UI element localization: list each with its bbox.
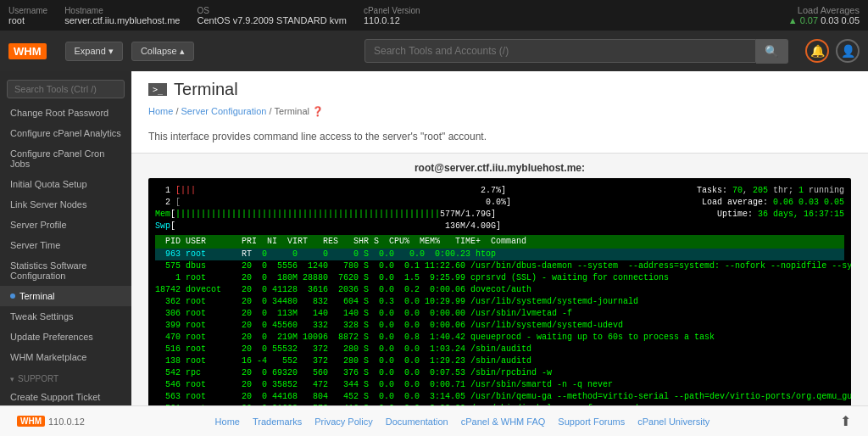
process-row-8: 516 root 20 0 55532 372 280 S 0.0 0.0 1:… [155, 344, 844, 355]
sidebar-item-initial-quota-setup[interactable]: Initial Quota Setup [0, 174, 131, 194]
os-value: CentOS v7.9.2009 STANDARD kvm [197, 15, 346, 25]
footer-version: 110.0.12 [48, 416, 85, 427]
sidebar-search-container [0, 75, 131, 103]
footer-link-trademarks[interactable]: Trademarks [253, 416, 302, 427]
terminal-section: root@server.ctf.iiu.mybluehost.me: 1 [||… [131, 154, 868, 405]
sidebar-item-whm-marketplace[interactable]: WHM Marketplace [0, 347, 131, 367]
sidebar-item-tweak-settings[interactable]: Tweak Settings [0, 306, 131, 327]
breadcrumb: Home / Server Configuration / Terminal ❓ [148, 106, 851, 117]
sidebar-item-terminal[interactable]: Terminal [0, 286, 131, 306]
logo-box: WHM [8, 43, 47, 59]
hostname-label: Hostname [64, 6, 180, 15]
search-button[interactable]: 🔍 [756, 39, 788, 64]
page-title-row: >_ Terminal [148, 80, 851, 99]
header: WHM Expand ▾ Collapse ▴ 🔍 🔔 👤 [0, 31, 868, 71]
cpanel-version-value: 110.0.12 [364, 15, 420, 25]
sidebar: Change Root Password Configure cPanel An… [0, 71, 131, 405]
process-row-3: 18742 dovecot 20 0 41128 3616 2036 S 0.0… [155, 284, 844, 296]
expand-button[interactable]: Expand ▾ [65, 42, 123, 61]
collapse-button[interactable]: Collapse ▴ [131, 42, 194, 61]
cpanel-version-label: cPanel Version [364, 6, 420, 15]
top-bar: Username root Hostname server.ctf.iiu.my… [0, 0, 868, 31]
sidebar-item-update-preferences[interactable]: Update Preferences [0, 327, 131, 347]
process-row-7: 470 root 20 0 219M 10096 8872 S 0.0 0.8 … [155, 332, 844, 344]
main-layout: Change Root Password Configure cPanel An… [0, 71, 868, 405]
sidebar-item-configure-cpanel-analytics[interactable]: Configure cPanel Analytics [0, 123, 131, 143]
process-row-10: 542 rpc 20 0 69320 560 376 S 0.0 0.0 0:0… [155, 367, 844, 379]
section-arrow-icon: ▾ [10, 375, 14, 383]
process-row-htop: 963 root RT 0 0 0 0 S 0.0 0.0 0:00.23 ht… [155, 249, 844, 260]
hostname-value: server.ctf.iiu.mybluehost.me [64, 15, 180, 25]
sidebar-search-input[interactable] [7, 80, 125, 98]
breadcrumb-current: Terminal [274, 106, 309, 116]
footer: WHM 110.0.12 Home Trademarks Privacy Pol… [0, 405, 868, 436]
footer-logo: WHM 110.0.12 [17, 416, 85, 427]
process-row-1: 575 dbus 20 0 5556 1240 780 S 0.0 0.1 11… [155, 260, 844, 272]
os-label: OS [197, 6, 346, 15]
username-group: Username root [8, 6, 47, 25]
page-title: Terminal [174, 80, 238, 99]
footer-links: Home Trademarks Privacy Policy Documenta… [215, 416, 710, 427]
load-avg: Load Averages ▲ 0.07 0.03 0.05 [788, 5, 860, 25]
sidebar-item-server-profile[interactable]: Server Profile [0, 215, 131, 235]
help-icon[interactable]: ❓ [312, 106, 324, 116]
notifications-button[interactable]: 🔔 [805, 39, 829, 63]
sidebar-item-create-support-ticket[interactable]: Create Support Ticket [0, 387, 131, 405]
footer-link-faq[interactable]: cPanel & WHM FAQ [461, 416, 546, 427]
page-description: This interface provides command line acc… [148, 124, 851, 153]
active-dot-indicator [10, 293, 15, 299]
footer-logo-box: WHM [17, 416, 45, 427]
server-info: Username root Hostname server.ctf.iiu.my… [8, 6, 420, 25]
username-value: root [8, 15, 47, 25]
footer-link-home[interactable]: Home [215, 416, 240, 427]
footer-link-cpanel-university[interactable]: cPanel University [637, 416, 709, 427]
process-row-2: 1 root 20 0 180M 28880 7620 S 0.0 1.5 9:… [155, 272, 844, 284]
process-row-5: 306 root 20 0 113M 140 140 S 0.0 0.0 0:0… [155, 308, 844, 320]
username-label: Username [8, 6, 47, 15]
terminal-server-label: root@server.ctf.iiu.mybluehost.me: [148, 162, 851, 174]
user-profile-button[interactable]: 👤 [836, 39, 860, 63]
load-up: ▲ 0.07 [788, 15, 818, 25]
sidebar-item-configure-cron-jobs[interactable]: Configure cPanel Cron Jobs [0, 143, 131, 174]
load-values: 0.03 0.05 [821, 15, 860, 25]
header-icons: 🔔 👤 [805, 39, 860, 63]
search-input[interactable] [364, 39, 756, 63]
sidebar-section-support[interactable]: ▾ Support [0, 367, 131, 387]
process-row-9: 138 root 16 -4 552 372 280 S 0.0 0.0 1:2… [155, 355, 844, 367]
sidebar-item-link-server-nodes[interactable]: Link Server Nodes [0, 194, 131, 215]
cpanel-version-group: cPanel Version 110.0.12 [364, 6, 420, 25]
page-header: >_ Terminal Home / Server Configuration … [131, 71, 868, 154]
breadcrumb-home[interactable]: Home [148, 106, 173, 116]
logo: WHM [8, 43, 48, 59]
sidebar-item-change-root-password[interactable]: Change Root Password [0, 103, 131, 123]
process-row-12: 563 root 20 0 44168 804 452 S 0.0 0.0 3:… [155, 391, 844, 403]
search-bar: 🔍 [364, 39, 788, 64]
terminal-icon: >_ [148, 83, 167, 96]
breadcrumb-section[interactable]: Server Configuration [181, 106, 267, 116]
hostname-group: Hostname server.ctf.iiu.mybluehost.me [64, 6, 180, 25]
sidebar-item-statistics-software[interactable]: Statistics Software Configuration [0, 255, 131, 286]
sidebar-item-server-time[interactable]: Server Time [0, 235, 131, 255]
footer-icon[interactable]: ⬆ [840, 413, 851, 429]
process-row-4: 362 root 20 0 34480 832 604 S 0.3 0.0 10… [155, 296, 844, 308]
terminal-window[interactable]: 1 [||| 2.7%] 2 [ 0.0%] Mem[|||||||||||||… [148, 178, 851, 405]
footer-link-support-forums[interactable]: Support Forums [558, 416, 625, 427]
process-row-11: 546 root 20 0 35852 472 344 S 0.0 0.0 0:… [155, 379, 844, 391]
content-area: >_ Terminal Home / Server Configuration … [131, 71, 868, 405]
os-group: OS CentOS v7.9.2009 STANDARD kvm [197, 6, 346, 25]
process-row-6: 399 root 20 0 45560 332 328 S 0.0 0.0 0:… [155, 320, 844, 332]
load-avg-values: ▲ 0.07 0.03 0.05 [788, 15, 860, 25]
footer-link-privacy[interactable]: Privacy Policy [314, 416, 372, 427]
load-avg-label: Load Averages [798, 5, 860, 15]
footer-link-documentation[interactable]: Documentation [386, 416, 448, 427]
process-header: PID USER PRI NI VIRT RES SHR S CPU% MEM%… [155, 235, 844, 249]
